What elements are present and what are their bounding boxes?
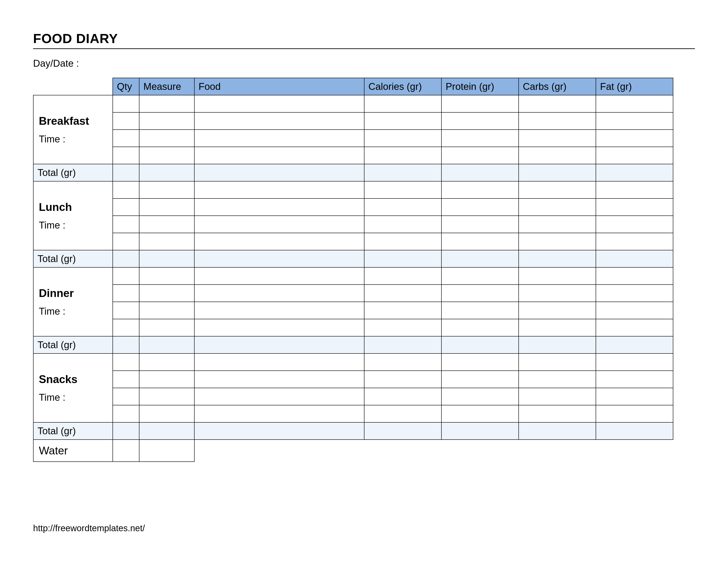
- cell[interactable]: [364, 422, 441, 440]
- cell[interactable]: [194, 181, 364, 198]
- cell[interactable]: [519, 319, 596, 336]
- cell[interactable]: [194, 233, 364, 250]
- cell[interactable]: [519, 233, 596, 250]
- cell[interactable]: [113, 422, 139, 440]
- cell[interactable]: [113, 216, 139, 233]
- cell[interactable]: [519, 95, 596, 112]
- cell[interactable]: [596, 181, 673, 198]
- cell[interactable]: [113, 130, 139, 147]
- cell[interactable]: [194, 267, 364, 285]
- cell[interactable]: [441, 319, 519, 336]
- cell[interactable]: [364, 371, 441, 388]
- cell[interactable]: [139, 285, 194, 302]
- cell[interactable]: [194, 422, 364, 440]
- cell[interactable]: [113, 164, 139, 181]
- cell[interactable]: [596, 319, 673, 336]
- cell[interactable]: [194, 371, 364, 388]
- cell[interactable]: [364, 354, 441, 371]
- cell[interactable]: [364, 233, 441, 250]
- cell[interactable]: [596, 233, 673, 250]
- cell[interactable]: [441, 233, 519, 250]
- cell[interactable]: [113, 285, 139, 302]
- cell[interactable]: [441, 267, 519, 285]
- cell[interactable]: [113, 181, 139, 198]
- cell[interactable]: [519, 147, 596, 164]
- cell[interactable]: [441, 130, 519, 147]
- cell[interactable]: [519, 130, 596, 147]
- cell[interactable]: [139, 216, 194, 233]
- cell[interactable]: [441, 302, 519, 319]
- cell[interactable]: [519, 267, 596, 285]
- cell[interactable]: [441, 336, 519, 354]
- cell[interactable]: [113, 371, 139, 388]
- cell[interactable]: [519, 354, 596, 371]
- cell[interactable]: [596, 147, 673, 164]
- cell[interactable]: [596, 388, 673, 405]
- cell[interactable]: [441, 198, 519, 216]
- cell[interactable]: [596, 95, 673, 112]
- cell[interactable]: [596, 198, 673, 216]
- cell[interactable]: [441, 164, 519, 181]
- cell[interactable]: [364, 336, 441, 354]
- cell[interactable]: [441, 112, 519, 130]
- cell[interactable]: [441, 250, 519, 267]
- cell[interactable]: [519, 216, 596, 233]
- cell[interactable]: [441, 354, 519, 371]
- cell[interactable]: [441, 95, 519, 112]
- cell[interactable]: [364, 198, 441, 216]
- cell[interactable]: [519, 302, 596, 319]
- cell[interactable]: [596, 285, 673, 302]
- cell[interactable]: [364, 216, 441, 233]
- cell[interactable]: [194, 388, 364, 405]
- cell[interactable]: [194, 354, 364, 371]
- cell[interactable]: [519, 422, 596, 440]
- cell[interactable]: [519, 198, 596, 216]
- cell[interactable]: [113, 147, 139, 164]
- cell[interactable]: [364, 164, 441, 181]
- cell[interactable]: [364, 181, 441, 198]
- cell[interactable]: [139, 336, 194, 354]
- cell[interactable]: [194, 405, 364, 422]
- cell[interactable]: [364, 147, 441, 164]
- cell[interactable]: [139, 112, 194, 130]
- cell[interactable]: [194, 164, 364, 181]
- cell[interactable]: [139, 130, 194, 147]
- cell[interactable]: [139, 371, 194, 388]
- cell[interactable]: [596, 422, 673, 440]
- cell[interactable]: [194, 285, 364, 302]
- cell[interactable]: [139, 250, 194, 267]
- water-qty-cell[interactable]: [113, 440, 139, 462]
- cell[interactable]: [139, 181, 194, 198]
- cell[interactable]: [194, 130, 364, 147]
- cell[interactable]: [596, 164, 673, 181]
- cell[interactable]: [139, 405, 194, 422]
- cell[interactable]: [364, 388, 441, 405]
- cell[interactable]: [441, 216, 519, 233]
- cell[interactable]: [596, 250, 673, 267]
- cell[interactable]: [441, 181, 519, 198]
- cell[interactable]: [139, 95, 194, 112]
- cell[interactable]: [441, 371, 519, 388]
- cell[interactable]: [519, 336, 596, 354]
- cell[interactable]: [113, 95, 139, 112]
- cell[interactable]: [596, 267, 673, 285]
- cell[interactable]: [519, 405, 596, 422]
- cell[interactable]: [364, 405, 441, 422]
- cell[interactable]: [364, 267, 441, 285]
- cell[interactable]: [113, 198, 139, 216]
- cell[interactable]: [113, 250, 139, 267]
- cell[interactable]: [364, 285, 441, 302]
- cell[interactable]: [139, 319, 194, 336]
- cell[interactable]: [519, 371, 596, 388]
- cell[interactable]: [194, 198, 364, 216]
- cell[interactable]: [519, 285, 596, 302]
- cell[interactable]: [139, 147, 194, 164]
- cell[interactable]: [441, 147, 519, 164]
- cell[interactable]: [194, 250, 364, 267]
- water-measure-cell[interactable]: [139, 440, 194, 462]
- cell[interactable]: [139, 302, 194, 319]
- cell[interactable]: [596, 371, 673, 388]
- cell[interactable]: [139, 233, 194, 250]
- cell[interactable]: [519, 164, 596, 181]
- cell[interactable]: [139, 198, 194, 216]
